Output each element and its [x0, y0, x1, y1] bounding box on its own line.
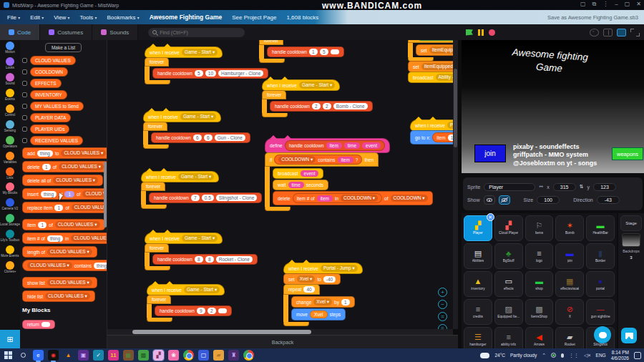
stack-block[interactable]: CLOUD VALUES [30, 56, 76, 65]
stack-block[interactable]: moveXvelsteps [291, 308, 346, 321]
stack-block[interactable]: INVENTORY [30, 90, 67, 99]
taskbar-search-icon[interactable] [18, 350, 29, 361]
sprite-tile-portal[interactable]: ●portal [586, 271, 615, 297]
weather-icon[interactable] [480, 353, 489, 358]
stack-block[interactable]: delete all ofCLOUD VALUES ▾ [22, 175, 103, 186]
dropdown[interactable]: CLOUD VALUES ▾ [47, 279, 92, 286]
script-7[interactable]: when I receiveGame - Start ▾foreverhandl… [262, 76, 373, 117]
stack-block[interactable]: COOLDOWN [30, 67, 68, 77]
sprite-tile-bgstuff[interactable]: ♣BgStuff [494, 243, 523, 269]
input-oval[interactable]: 1 [309, 49, 318, 55]
input-oval[interactable]: 5 [195, 70, 203, 77]
sprite-tile-shop[interactable]: ▬shop [525, 271, 554, 297]
input-oval[interactable]: -40 [323, 276, 336, 283]
stack-block[interactable]: deleteitem # ofiteminCOOLDOWN ▾ofCOOLDOW… [273, 191, 433, 205]
stack-block[interactable]: broadcastevent [273, 168, 323, 179]
stack-block[interactable]: MY VALUES to Send [30, 102, 84, 111]
dropdown[interactable]: CLOUD VALUES ▾ [59, 163, 104, 170]
input-oval[interactable]: 8 [195, 256, 203, 263]
input-oval[interactable]: Rocket - Clone [216, 256, 253, 263]
stop-icon[interactable] [489, 29, 495, 36]
sprite-tile-cloud-player[interactable]: ▞Cloud Player [494, 215, 523, 241]
boolean-block[interactable]: COOLDOWN ▾containsitem? [274, 155, 362, 165]
c-block[interactable]: foreverhandle cooldown88Rocket - Clone [145, 243, 258, 270]
script-8[interactable]: definehandle cooldownitemtimeeventifCOOL… [265, 134, 433, 211]
green-flag-icon[interactable] [466, 29, 473, 36]
stack-block[interactable]: insertthingat1ofCLOUD VALUES ▾ [22, 188, 107, 200]
stack-block[interactable]: handle cooldown88Rocket - Clone [152, 254, 258, 265]
stack-block[interactable]: broadcastAbility - Tick ▾ [408, 72, 453, 83]
stack-block[interactable]: setItemEquipped ▾to [408, 61, 453, 72]
input-oval[interactable]: 0.5 [202, 195, 214, 201]
script-11[interactable]: when I receivePortal - ▾go to x:item1ofC… [410, 116, 453, 145]
tab-costumes[interactable]: Costumes [40, 24, 92, 40]
input-oval[interactable]: Slingshot - Clone [216, 195, 258, 201]
category-clones-[interactable]: Clones+ [4, 261, 16, 274]
see-project-page-link[interactable]: See Project Page [232, 14, 276, 21]
c-block[interactable]: foreverhandle cooldown510Hamburger - Clo… [145, 57, 268, 84]
sprite-tile-border[interactable]: ▮Border [586, 243, 615, 269]
category-events[interactable]: Events [5, 89, 15, 102]
stack-block[interactable]: handle cooldown92 [155, 305, 232, 316]
volume-icon[interactable]: ◁× [584, 353, 590, 358]
boolean-block[interactable]: key pressed? [417, 40, 453, 41]
sprite-tile-healthbar[interactable]: ▬HealthBar [586, 215, 615, 241]
stack-block[interactable]: replace item1ofCLOUD VALUES ▾w [22, 202, 107, 213]
input-oval[interactable] [42, 322, 50, 327]
script-9[interactable]: when I receivePortal - Jump ▾setXvel ▾to… [283, 259, 363, 326]
reporter-block[interactable]: item # ofiteminCOOLDOWN ▾ [293, 193, 382, 203]
taskbar-app-purple-app[interactable]: ▣ [78, 350, 89, 361]
tab-icon[interactable]: ▢ [580, 1, 586, 8]
input-oval[interactable]: 1 [38, 222, 47, 228]
stack-block[interactable]: CLOUD VALUES ▾containsthing? [22, 260, 107, 271]
hat-block[interactable]: when I receiveGame - Start ▾ [147, 284, 225, 295]
script-5[interactable]: when I receiveGame - Start ▾foreverhandl… [147, 280, 232, 322]
list-monitor-checkbox[interactable] [22, 104, 27, 109]
stack-block[interactable]: addthingtoCLOUD VALUES ▾ [22, 147, 107, 159]
dropdown[interactable]: Game - Start ▾ [180, 113, 216, 120]
hat-block[interactable]: when I receivePortal - Jump ▾ [283, 263, 363, 274]
dropdown[interactable]: ItemEquipped ▾ [429, 47, 453, 54]
stack-block[interactable]: handle cooldown510Hamburger - Clone [152, 68, 268, 79]
hat-block[interactable]: when I receivePortal - ▾ [410, 119, 453, 131]
input-oval[interactable]: Gun - Clone [215, 134, 245, 141]
more-menu-icon[interactable]: ⋮ [602, 1, 608, 8]
stack-block[interactable]: PLAYER DATA [30, 113, 71, 122]
hat-block[interactable]: when I receiveGame - Start ▾ [141, 171, 219, 182]
hat-block[interactable]: when I receiveGame - Start ▾ [143, 111, 221, 122]
input-oval[interactable]: 40 [303, 286, 314, 293]
input-oval[interactable]: thing [41, 191, 57, 197]
dropdown[interactable]: Game - Start ▾ [182, 235, 218, 242]
stack-block[interactable]: changeXvel ▾by1 [291, 296, 355, 308]
category-local-storage[interactable]: Local Storage [0, 214, 20, 227]
dropdown[interactable]: CLOUD VALUES ▾ [45, 293, 90, 300]
sprite-tile-items[interactable]: ⚐Items [525, 215, 554, 241]
dropdown[interactable]: Portal - ▾ [447, 122, 453, 129]
dropdown[interactable]: CLOUD VALUES ▾ [72, 204, 107, 211]
dropdown[interactable]: CLOUD VALUES ▾ [47, 248, 92, 255]
reporter-block[interactable]: handle cooldownitemtimeevent [285, 140, 385, 151]
menu-tools[interactable]: Tools ▾ [80, 14, 97, 21]
direction-input[interactable]: -43 [597, 196, 620, 204]
sprite-tile-bomb[interactable]: ✶Bomb [555, 215, 584, 241]
sprite-tile-inventory[interactable]: ▲inventory [464, 271, 492, 297]
category-sound[interactable]: Sound [5, 73, 14, 86]
pause-icon[interactable] [478, 29, 484, 36]
script-6[interactable]: when I receiveGame - Start ▾foreverhandl… [259, 40, 344, 63]
hat-block[interactable]: when I receiveGame - Start ▾ [262, 79, 340, 91]
canvas-horizontal-scrollbar[interactable] [107, 329, 453, 335]
dropdown[interactable]: Portal - Jump ▾ [321, 265, 358, 272]
list-monitor-checkbox[interactable] [22, 58, 27, 63]
sprite-tile-effects[interactable]: ▭effects [494, 271, 523, 297]
list-monitor-checkbox[interactable] [22, 92, 27, 97]
stack-block[interactable]: length ofCLOUD VALUES ▾ [22, 246, 97, 258]
input-oval[interactable]: 1 [341, 299, 350, 305]
script-10[interactable]: ifkey pressed?thensetItemEquipped ▾to se… [408, 40, 453, 83]
add-backdrop-button[interactable] [621, 328, 637, 343]
script-2[interactable]: when I receiveGame - Start ▾foreverhandl… [143, 107, 250, 149]
taskbar-app-chrome[interactable] [183, 350, 194, 361]
return-block[interactable]: return [22, 320, 55, 329]
dropdown[interactable]: CLOUD VALUES ▾ [71, 235, 107, 242]
menu-bookmarks[interactable]: Bookmarks ▾ [107, 14, 140, 21]
menu-view[interactable]: View ▾ [54, 14, 69, 21]
